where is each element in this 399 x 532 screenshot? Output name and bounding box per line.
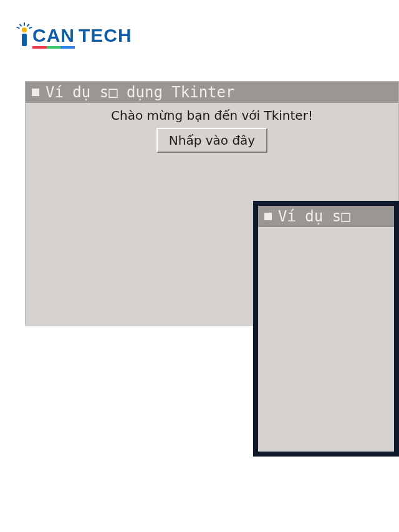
brand-logo: C A N TECH (19, 17, 132, 46)
logo-letter: C (32, 25, 47, 46)
window-titlebar[interactable]: Ví dụ s□ dụng Tkinter (26, 82, 398, 103)
window-menu-icon[interactable] (32, 89, 39, 96)
logo-letter: A (47, 25, 61, 46)
logo-word-tech: TECH (79, 25, 132, 46)
logo-letter: N (60, 25, 75, 46)
click-here-button[interactable]: Nhấp vào đây (156, 128, 267, 153)
lightbulb-icon (19, 19, 30, 46)
window-titlebar[interactable]: Ví dụ s□ (258, 206, 394, 227)
window-title: Ví dụ s□ (278, 208, 350, 225)
window-menu-icon[interactable] (264, 213, 272, 220)
window-body: Chào mừng bạn đến với Tkinter! Nhấp vào … (26, 103, 398, 153)
window-title: Ví dụ s□ dụng Tkinter (46, 84, 234, 101)
logo-text: C A N TECH (32, 25, 132, 46)
tkinter-window-secondary: Ví dụ s□ (253, 201, 399, 457)
welcome-label: Chào mừng bạn đến với Tkinter! (26, 108, 398, 123)
